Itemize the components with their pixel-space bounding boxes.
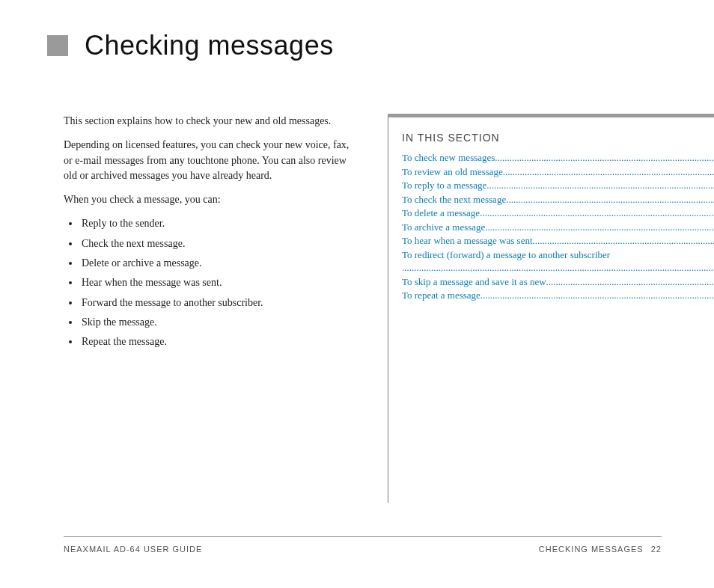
toc-label: To reply to a message — [402, 179, 486, 192]
content-columns: This section explains how to check your … — [64, 114, 662, 503]
capabilities-list: Reply to the sender. Check the next mess… — [64, 216, 359, 349]
toc-label: To review an old message — [402, 165, 503, 179]
toc-dots: ........................................… — [495, 151, 714, 165]
toc-dots: ........................................… — [486, 179, 714, 192]
toc-leader-line: To skip a message and save it as new....… — [402, 275, 714, 289]
toc-label: To hear when a message was sent — [402, 234, 533, 248]
toc-entry[interactable]: To skip a message and save it as new....… — [402, 275, 714, 289]
document-page: Checking messages This section explains … — [0, 0, 714, 588]
toc-entry[interactable]: To repeat a message.....................… — [402, 289, 714, 302]
intro-paragraph: Depending on licensed features, you can … — [64, 138, 359, 183]
toc-entry[interactable]: To review an old message................… — [402, 165, 714, 179]
toc-leader-line: To delete a message.....................… — [402, 206, 714, 220]
toc-leader-line: To reply to a message...................… — [402, 179, 714, 192]
toc-leader-line: To archive a message....................… — [402, 221, 714, 234]
toc-leader-line: ........................................… — [402, 261, 714, 275]
toc-entry[interactable]: To hear when a message was sent.........… — [402, 234, 714, 248]
list-item: Hear when the message was sent. — [80, 275, 359, 290]
footer-page-number: 22 — [651, 545, 662, 554]
toc-entry[interactable]: To redirect (forward) a message to anoth… — [402, 248, 714, 275]
list-item: Repeat the message. — [80, 334, 359, 349]
toc-entry[interactable]: To delete a message.....................… — [402, 206, 714, 220]
list-item: Skip the message. — [80, 315, 359, 330]
toc-dots: ........................................… — [533, 234, 714, 248]
toc-dots: ........................................… — [480, 289, 714, 302]
footer-chapter-label: CHECKING MESSAGES — [539, 545, 644, 554]
accent-bar-icon — [388, 114, 714, 117]
toc-label: To check new messages — [402, 151, 495, 165]
toc-entry[interactable]: To archive a message....................… — [402, 221, 714, 234]
footer-guide-name: NEAXMAIL AD-64 USER GUIDE — [64, 545, 202, 554]
footer-chapter-page: CHECKING MESSAGES 22 — [539, 545, 662, 554]
toc-label: To redirect (forward) a message to anoth… — [402, 248, 714, 262]
toc-dots: ........................................… — [506, 193, 714, 206]
toc-label: To archive a message — [402, 221, 485, 234]
toc-entry[interactable]: To check the next message...............… — [402, 193, 714, 206]
toc-dots: ........................................… — [546, 275, 714, 289]
toc-list: To check new messages...................… — [402, 151, 714, 302]
toc-leader-line: To check new messages...................… — [402, 151, 714, 165]
page-title: Checking messages — [85, 30, 334, 61]
square-bullet-icon — [47, 35, 68, 56]
toc-label: To check the next message — [402, 193, 506, 206]
body-text-column: This section explains how to check your … — [64, 114, 359, 355]
toc-dots: ........................................… — [503, 165, 714, 179]
list-item: Delete or archive a message. — [80, 256, 359, 271]
toc-label: To repeat a message — [402, 289, 480, 302]
toc-label: To delete a message — [402, 206, 480, 220]
toc-dots: ........................................… — [480, 206, 714, 220]
list-item: Check the next message. — [80, 236, 359, 251]
page-footer: NEAXMAIL AD-64 USER GUIDE CHECKING MESSA… — [64, 536, 662, 554]
list-item: Reply to the sender. — [80, 216, 359, 231]
intro-paragraph: This section explains how to check your … — [64, 114, 359, 129]
toc-leader-line: To hear when a message was sent.........… — [402, 234, 714, 248]
list-item: Forward the message to another subscribe… — [80, 295, 359, 310]
toc-dots: ........................................… — [485, 221, 714, 234]
toc-leader-line: To review an old message................… — [402, 165, 714, 179]
toc-leader-line: To check the next message...............… — [402, 193, 714, 206]
toc-label: To skip a message and save it as new — [402, 275, 546, 289]
toc-leader-line: To repeat a message.....................… — [402, 289, 714, 302]
toc-dots: ........................................… — [402, 261, 714, 275]
intro-paragraph: When you check a message, you can: — [64, 192, 359, 207]
toc-entry[interactable]: To reply to a message...................… — [402, 179, 714, 192]
section-heading: IN THIS SECTION — [402, 132, 714, 144]
in-this-section-panel: IN THIS SECTION To check new messages...… — [388, 114, 714, 503]
toc-entry[interactable]: To check new messages...................… — [402, 151, 714, 165]
page-title-row: Checking messages — [47, 30, 662, 61]
